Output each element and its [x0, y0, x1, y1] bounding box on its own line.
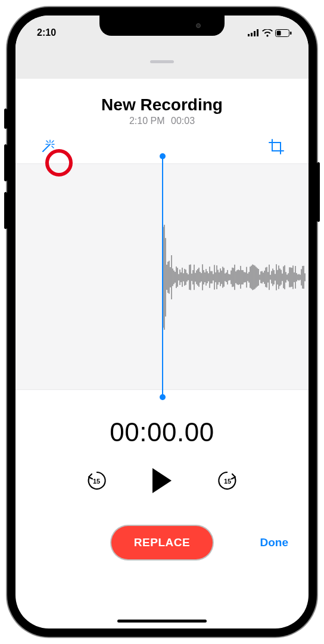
battery-icon: [275, 29, 292, 37]
screen: 2:10 New: [15, 16, 309, 628]
grabber-icon: [150, 60, 174, 63]
svg-line-11: [52, 141, 54, 143]
svg-line-7: [43, 144, 50, 151]
trim-button[interactable]: [264, 135, 288, 159]
volume-down-button: [4, 192, 7, 229]
mute-switch: [4, 109, 7, 129]
volume-up-button: [4, 144, 7, 181]
svg-rect-5: [277, 30, 281, 35]
phone-frame: 2:10 New: [7, 7, 317, 637]
svg-rect-6: [290, 32, 292, 35]
power-button: [317, 162, 320, 222]
status-time: 2:10: [37, 27, 56, 38]
playhead-icon[interactable]: [162, 156, 163, 398]
recording-subtitle: 2:10 PM 00:03: [15, 116, 309, 126]
magic-wand-icon: [39, 138, 56, 155]
bottom-actions: REPLACE Done: [15, 516, 309, 559]
sheet-grabber-area[interactable]: [15, 44, 309, 79]
svg-rect-1: [251, 33, 253, 36]
done-button[interactable]: Done: [260, 536, 289, 549]
svg-line-13: [46, 141, 48, 143]
transport-controls: 15 15: [15, 459, 309, 516]
recording-duration: 00:03: [171, 116, 195, 126]
enhance-button[interactable]: [36, 135, 60, 159]
cellular-icon: [248, 29, 260, 36]
waveform-area[interactable]: [15, 163, 309, 390]
skip-back-button[interactable]: 15: [85, 469, 108, 493]
front-camera-icon: [196, 23, 201, 28]
svg-rect-0: [248, 34, 250, 36]
svg-rect-3: [257, 29, 258, 36]
skip-back-15-icon: 15: [86, 469, 107, 492]
status-icons: [248, 29, 292, 37]
recording-title: New Recording: [15, 95, 309, 114]
replace-button[interactable]: REPLACE: [111, 526, 213, 559]
recording-time: 2:10 PM: [129, 116, 165, 126]
play-button[interactable]: [144, 463, 180, 499]
svg-rect-2: [254, 31, 256, 36]
skip-forward-button[interactable]: 15: [216, 469, 239, 493]
notch: [99, 16, 225, 36]
skip-forward-15-icon: 15: [217, 469, 238, 492]
svg-text:15: 15: [224, 478, 231, 485]
recording-header: New Recording 2:10 PM 00:03: [15, 79, 309, 129]
svg-text:15: 15: [93, 478, 100, 485]
playback-timer: 00:00.00: [15, 417, 309, 447]
play-icon: [150, 467, 174, 494]
wifi-icon: [262, 29, 273, 37]
crop-icon: [269, 139, 284, 154]
timer-area: 00:00.00: [15, 390, 309, 459]
svg-line-12: [52, 146, 54, 148]
home-indicator[interactable]: [117, 620, 207, 623]
